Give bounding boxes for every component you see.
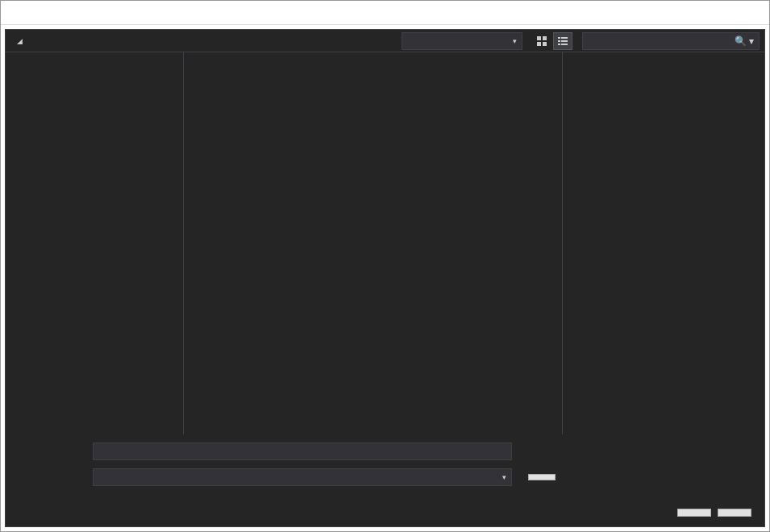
search-icon: 🔍 ▾ xyxy=(735,35,754,47)
svg-rect-5 xyxy=(561,37,568,39)
search-box[interactable]: 🔍 ▾ xyxy=(582,32,760,50)
sort-combo[interactable]: ▾ xyxy=(402,32,522,50)
chevron-down-icon: ◢ xyxy=(17,37,23,45)
sidebar xyxy=(6,52,183,434)
info-panel xyxy=(563,52,764,434)
chevron-down-icon: ▾ xyxy=(502,473,506,481)
tab-installed[interactable]: ◢ xyxy=(10,34,32,48)
svg-rect-8 xyxy=(558,44,560,45)
chevron-down-icon: ▾ xyxy=(513,37,517,45)
content-area: ◢ ▾ xyxy=(5,29,765,527)
view-list-button[interactable] xyxy=(553,32,572,50)
list-icon xyxy=(557,35,568,47)
form-area: ▾ xyxy=(6,434,764,502)
location-combo[interactable]: ▾ xyxy=(93,468,512,486)
svg-rect-4 xyxy=(558,37,560,39)
svg-rect-0 xyxy=(537,36,541,40)
main-area xyxy=(6,52,764,434)
svg-rect-1 xyxy=(543,36,547,40)
cancel-button[interactable] xyxy=(718,509,751,517)
dialog-buttons xyxy=(6,502,764,526)
template-panel xyxy=(183,52,563,434)
svg-rect-2 xyxy=(537,42,541,46)
svg-rect-3 xyxy=(543,42,547,46)
add-button[interactable] xyxy=(677,509,711,517)
browse-button[interactable] xyxy=(528,474,556,480)
template-list xyxy=(184,52,562,418)
titlebar xyxy=(1,1,769,25)
svg-rect-9 xyxy=(561,44,568,45)
svg-rect-7 xyxy=(561,40,568,42)
svg-rect-6 xyxy=(558,40,560,42)
search-input[interactable] xyxy=(588,35,731,47)
online-link-area xyxy=(184,418,562,434)
name-input[interactable] xyxy=(93,443,512,460)
view-grid-button[interactable] xyxy=(532,32,551,50)
grid-icon xyxy=(536,35,547,47)
dialog-window: ◢ ▾ xyxy=(0,0,770,532)
view-toggle xyxy=(532,32,572,50)
toolbar-row: ◢ ▾ xyxy=(6,30,764,52)
